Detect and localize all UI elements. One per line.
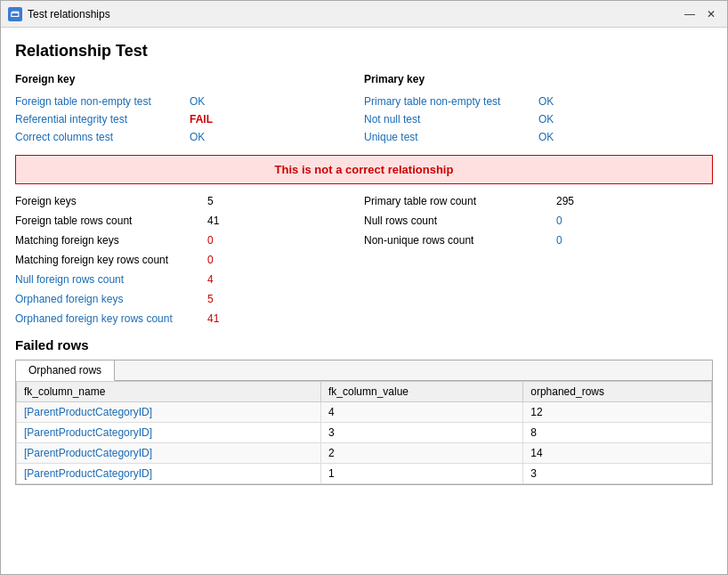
titlebar: 🗃 Test relationships — ✕ [1, 1, 727, 28]
table-row: [ParentProductCategoryID]214 [17, 443, 712, 464]
fk-test-result-3: OK [190, 131, 205, 143]
stats-grid: Foreign keys 5 Foreign table rows count … [15, 193, 713, 327]
stat-fk-value-3: 0 [207, 234, 214, 247]
stat-fk-3: Matching foreign keys 0 [15, 232, 364, 248]
stat-pk-value-2: 0 [556, 215, 562, 227]
pk-test-label-2[interactable]: Not null test [364, 113, 524, 126]
cell-orphaned-rows: 14 [523, 443, 712, 464]
cell-fk-column-value: 1 [320, 464, 522, 484]
stat-fk-value-2: 41 [207, 215, 219, 227]
pk-test-result-1: OK [538, 95, 554, 108]
stat-fk-label-1: Foreign keys [15, 195, 193, 207]
primary-stats-col: Primary table row count 295 Null rows co… [364, 193, 713, 327]
cell-fk-column-name: [ParentProductCategoryID] [17, 443, 321, 464]
primary-key-tests: Primary table non-empty test OK Not null… [364, 93, 713, 146]
window-title: Test relationships [28, 8, 110, 20]
table-row: [ParentProductCategoryID]38 [17, 423, 712, 443]
pk-test-label-1[interactable]: Primary table non-empty test [364, 95, 524, 108]
test-row-pk-1: Primary table non-empty test OK [364, 93, 713, 110]
tab-orphaned-rows[interactable]: Orphaned rows [16, 360, 115, 381]
titlebar-controls: — ✕ [681, 5, 720, 23]
fk-test-label-1[interactable]: Foreign table non-empty test [15, 95, 175, 108]
stat-fk-6: Orphaned foreign keys 5 [15, 291, 364, 307]
foreign-stats-col: Foreign keys 5 Foreign table rows count … [15, 193, 364, 327]
minimize-button[interactable]: — [681, 5, 699, 23]
test-row-pk-3: Unique test OK [364, 128, 713, 146]
main-window: 🗃 Test relationships — ✕ Relationship Te… [0, 0, 728, 575]
fk-test-label-2[interactable]: Referential integrity test [15, 113, 175, 126]
col-header-orphaned-rows: orphaned_rows [523, 382, 712, 402]
orphaned-rows-table: fk_column_name fk_column_value orphaned_… [16, 381, 712, 484]
fk-test-result-2: FAIL [190, 113, 213, 126]
stat-pk-1: Primary table row count 295 [364, 193, 713, 209]
stat-fk-1: Foreign keys 5 [15, 193, 364, 209]
cell-orphaned-rows: 3 [523, 464, 712, 484]
stat-fk-value-5: 4 [207, 273, 214, 286]
titlebar-left: 🗃 Test relationships [8, 7, 110, 21]
pk-test-label-3[interactable]: Unique test [364, 131, 524, 143]
pk-test-result-3: OK [538, 131, 554, 143]
stat-fk-value-4: 0 [207, 254, 214, 266]
primary-key-header: Primary key [364, 73, 713, 85]
stat-fk-value-6: 5 [207, 293, 214, 305]
stat-pk-2: Null rows count 0 [364, 213, 713, 229]
tab-container: Orphaned rows fk_column_name fk_column_v… [15, 360, 713, 485]
stat-fk-2: Foreign table rows count 41 [15, 213, 364, 229]
cell-fk-column-name: [ParentProductCategoryID] [17, 402, 321, 423]
foreign-key-tests: Foreign table non-empty test OK Referent… [15, 93, 364, 146]
col-header-fk-column-value: fk_column_value [320, 382, 522, 402]
test-row-fk-1: Foreign table non-empty test OK [15, 93, 364, 110]
foreign-key-header: Foreign key [15, 73, 364, 85]
stat-fk-label-2: Foreign table rows count [15, 215, 193, 227]
stat-fk-label-4: Matching foreign key rows count [15, 254, 193, 266]
column-headers: Foreign key Primary key [15, 73, 713, 85]
window-icon: 🗃 [8, 7, 22, 21]
failed-rows-title: Failed rows [15, 337, 713, 352]
cell-fk-column-value: 4 [320, 402, 522, 423]
tab-header: Orphaned rows [16, 360, 712, 381]
stat-fk-label-7[interactable]: Orphaned foreign key rows count [15, 312, 193, 325]
stat-pk-label-1: Primary table row count [364, 195, 542, 207]
stat-fk-value-7: 41 [207, 312, 219, 325]
stat-fk-label-5[interactable]: Null foreign rows count [15, 273, 193, 286]
page-title: Relationship Test [15, 42, 713, 61]
error-banner: This is not a correct relationship [15, 155, 713, 184]
test-row-fk-3: Correct columns test OK [15, 128, 364, 146]
test-row-fk-2: Referential integrity test FAIL [15, 110, 364, 128]
cell-fk-column-value: 2 [320, 443, 522, 464]
stat-fk-7: Orphaned foreign key rows count 41 [15, 311, 364, 327]
content-area: Relationship Test Foreign key Primary ke… [1, 28, 727, 574]
stat-fk-label-6[interactable]: Orphaned foreign keys [15, 293, 193, 305]
cell-fk-column-value: 3 [320, 423, 522, 443]
close-button[interactable]: ✕ [702, 5, 720, 23]
stat-pk-3: Non-unique rows count 0 [364, 232, 713, 248]
col-header-fk-column-name: fk_column_name [17, 382, 321, 402]
stat-fk-label-3: Matching foreign keys [15, 234, 193, 247]
fk-test-result-1: OK [190, 95, 205, 108]
stat-fk-4: Matching foreign key rows count 0 [15, 252, 364, 268]
test-row-pk-2: Not null test OK [364, 110, 713, 128]
cell-fk-column-name: [ParentProductCategoryID] [17, 464, 321, 484]
cell-orphaned-rows: 8 [523, 423, 712, 443]
stat-fk-5: Null foreign rows count 4 [15, 271, 364, 288]
stat-fk-value-1: 5 [207, 195, 214, 207]
fk-test-label-3[interactable]: Correct columns test [15, 131, 175, 143]
stat-pk-value-3: 0 [556, 234, 562, 247]
stat-pk-value-1: 295 [556, 195, 574, 207]
table-row: [ParentProductCategoryID]412 [17, 402, 712, 423]
stat-pk-label-3: Non-unique rows count [364, 234, 542, 247]
table-header-row: fk_column_name fk_column_value orphaned_… [17, 382, 712, 402]
stat-pk-label-2: Null rows count [364, 215, 542, 227]
pk-test-result-2: OK [538, 113, 554, 126]
cell-orphaned-rows: 12 [523, 402, 712, 423]
table-row: [ParentProductCategoryID]13 [17, 464, 712, 484]
test-grid: Foreign table non-empty test OK Referent… [15, 93, 713, 146]
cell-fk-column-name: [ParentProductCategoryID] [17, 423, 321, 443]
